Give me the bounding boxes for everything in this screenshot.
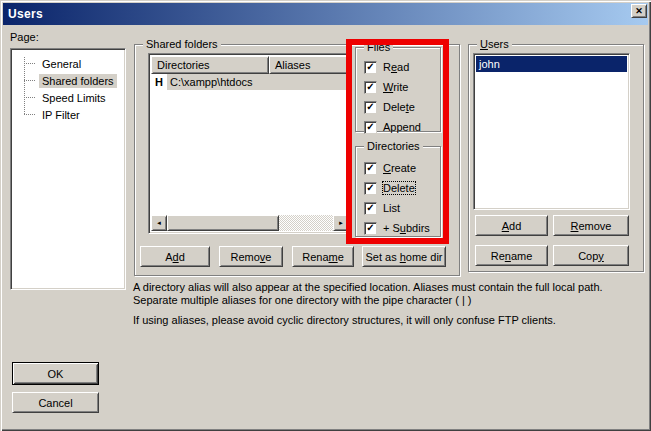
set-as-home-dir-button[interactable]: Set as home dir bbox=[362, 246, 446, 267]
user-item-john[interactable]: john bbox=[476, 56, 627, 72]
directory-path: C:\xampp\htdocs bbox=[167, 74, 349, 90]
scrollbar-thumb[interactable] bbox=[167, 215, 279, 231]
check-icon: ✓ bbox=[366, 122, 374, 132]
home-flag: H bbox=[151, 76, 167, 88]
tree-item-ip-filter[interactable]: IP Filter bbox=[13, 106, 123, 123]
close-button[interactable]: ✕ bbox=[631, 4, 647, 18]
users-group-label: Users bbox=[477, 38, 512, 50]
checkbox-subdirs-label: + Subdirs bbox=[383, 222, 430, 234]
add-user-button[interactable]: Add bbox=[475, 215, 548, 236]
check-icon: ✓ bbox=[366, 82, 374, 92]
check-icon: ✓ bbox=[366, 183, 374, 193]
scrollbar-track[interactable] bbox=[279, 215, 333, 231]
checkbox-row-file-delete[interactable]: ✓ Delete bbox=[364, 100, 415, 114]
directory-row[interactable]: H C:\xampp\htdocs bbox=[151, 74, 349, 90]
page-label: Page: bbox=[10, 31, 39, 43]
checkbox-row-list[interactable]: ✓ List bbox=[364, 201, 400, 215]
close-icon: ✕ bbox=[635, 7, 643, 16]
rename-directory-button[interactable]: Rename bbox=[292, 246, 354, 267]
remove-user-button[interactable]: Remove bbox=[553, 215, 629, 236]
rename-user-button[interactable]: Rename bbox=[475, 245, 548, 266]
shared-folders-group-label: Shared folders bbox=[143, 38, 221, 50]
tree-item-general[interactable]: General bbox=[13, 55, 123, 72]
checkbox-list-label: List bbox=[383, 202, 400, 214]
checkbox-row-subdirs[interactable]: ✓ + Subdirs bbox=[364, 221, 430, 235]
column-header-directories[interactable]: Directories bbox=[151, 56, 269, 74]
checkbox-append[interactable]: ✓ bbox=[364, 121, 377, 134]
add-directory-button[interactable]: Add bbox=[140, 246, 210, 267]
checkbox-append-label: Append bbox=[383, 121, 421, 133]
files-group: Files ✓ Read ✓ Write ✓ Delete ✓ Append bbox=[355, 47, 441, 132]
checkbox-file-delete-label: Delete bbox=[383, 101, 415, 113]
tree-item-speed-limits[interactable]: Speed Limits bbox=[13, 89, 123, 106]
checkbox-write[interactable]: ✓ bbox=[364, 81, 377, 94]
alias-description-line2: If using aliases, please avoid cyclic di… bbox=[133, 314, 649, 327]
files-group-label: Files bbox=[364, 41, 393, 53]
checkbox-row-create[interactable]: ✓ Create bbox=[364, 161, 416, 175]
check-icon: ✓ bbox=[366, 163, 374, 173]
directories-group-label: Directories bbox=[364, 140, 423, 152]
checkbox-create[interactable]: ✓ bbox=[364, 162, 377, 175]
checkbox-file-delete[interactable]: ✓ bbox=[364, 101, 377, 114]
check-icon: ✓ bbox=[366, 223, 374, 233]
alias-description: A directory alias will also appear at th… bbox=[133, 281, 649, 327]
checkbox-dir-delete[interactable]: ✓ bbox=[364, 182, 377, 195]
checkbox-write-label: Write bbox=[383, 81, 408, 93]
checkbox-row-append[interactable]: ✓ Append bbox=[364, 120, 421, 134]
tree-item-shared-folders[interactable]: Shared folders bbox=[13, 72, 123, 89]
title-bar[interactable]: Users bbox=[3, 3, 648, 25]
directories-group: Directories ✓ Create ✓ Delete ✓ List ✓ +… bbox=[355, 146, 441, 237]
checkbox-read[interactable]: ✓ bbox=[364, 61, 377, 74]
checkbox-row-read[interactable]: ✓ Read bbox=[364, 60, 409, 74]
check-icon: ✓ bbox=[366, 62, 374, 72]
remove-directory-button[interactable]: Remove bbox=[219, 246, 283, 267]
page-tree[interactable]: General Shared folders Speed Limits IP F… bbox=[10, 48, 126, 290]
ok-button[interactable]: OK bbox=[12, 362, 99, 385]
checkbox-subdirs[interactable]: ✓ bbox=[364, 222, 377, 235]
scroll-right-icon: ► bbox=[338, 220, 344, 226]
check-icon: ✓ bbox=[366, 203, 374, 213]
alias-description-line1: A directory alias will also appear at th… bbox=[133, 281, 649, 307]
scroll-left-button[interactable]: ◄ bbox=[151, 215, 167, 231]
copy-user-button[interactable]: Copy bbox=[553, 245, 629, 266]
list-header: Directories Aliases bbox=[151, 56, 349, 74]
horizontal-scrollbar[interactable]: ◄ ► bbox=[151, 215, 349, 231]
checkbox-read-label: Read bbox=[383, 61, 409, 73]
column-header-aliases[interactable]: Aliases bbox=[269, 56, 349, 74]
checkbox-row-write[interactable]: ✓ Write bbox=[364, 80, 408, 94]
checkbox-dir-delete-label: Delete bbox=[383, 182, 415, 194]
users-list[interactable]: john bbox=[473, 53, 630, 210]
users-dialog: Users ✕ Page: General Shared folders Spe… bbox=[0, 0, 651, 431]
check-icon: ✓ bbox=[366, 102, 374, 112]
scroll-left-icon: ◄ bbox=[156, 220, 162, 226]
checkbox-create-label: Create bbox=[383, 162, 416, 174]
checkbox-row-dir-delete[interactable]: ✓ Delete bbox=[364, 181, 415, 195]
directories-list[interactable]: Directories Aliases H C:\xampp\htdocs ◄ … bbox=[148, 53, 352, 234]
cancel-button[interactable]: Cancel bbox=[12, 392, 99, 413]
window-title: Users bbox=[8, 7, 43, 21]
checkbox-list[interactable]: ✓ bbox=[364, 202, 377, 215]
scroll-right-button[interactable]: ► bbox=[333, 215, 349, 231]
